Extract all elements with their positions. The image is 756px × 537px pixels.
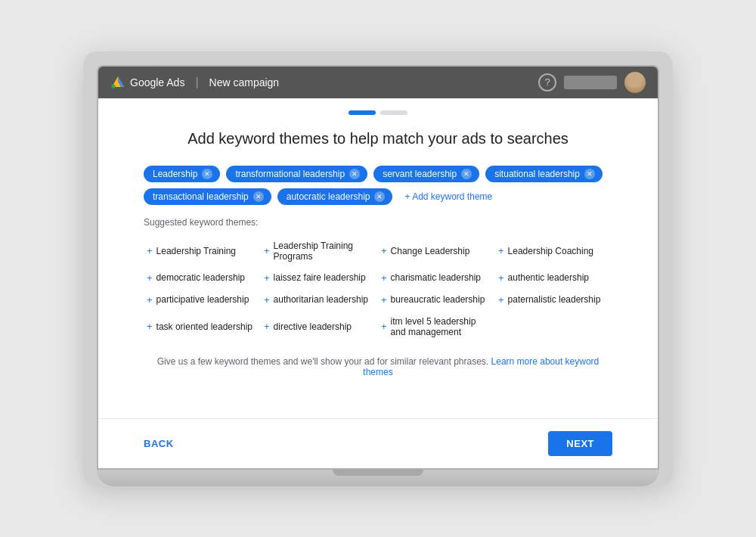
suggested-item[interactable]: + participative leadership [144, 290, 261, 309]
tag-label: autocratic leadership [287, 191, 370, 202]
main-content: Add keyword themes to help match your ad… [98, 115, 658, 418]
plus-icon: + [498, 272, 504, 284]
next-button[interactable]: NEXT [548, 431, 612, 456]
topbar-campaign-label: New campaign [209, 76, 280, 88]
suggested-item[interactable]: + democratic leadership [144, 268, 261, 287]
keyword-tag-transactional[interactable]: transactional leadership ✕ [144, 188, 271, 205]
topbar-account-bar [564, 76, 617, 89]
help-icon: ? [544, 76, 550, 88]
keyword-tag-situational[interactable]: situational leadership ✕ [485, 166, 603, 182]
suggested-item-text: itm level 5 leadership and management [391, 316, 492, 337]
topbar-logo: Google Ads [110, 75, 184, 90]
plus-icon: + [147, 321, 153, 332]
tag-label: transformational leadership [235, 169, 345, 179]
suggested-item[interactable]: + itm level 5 leadership and management [378, 312, 495, 341]
plus-icon: + [498, 245, 504, 256]
suggested-item[interactable]: + Leadership Coaching [495, 237, 612, 265]
suggested-item-text: authentic leadership [508, 272, 589, 283]
tag-close-icon[interactable]: ✕ [461, 169, 472, 179]
suggested-item[interactable]: + authoritarian leadership [261, 290, 378, 309]
topbar-app-name: Google Ads [130, 76, 184, 88]
topbar-avatar[interactable] [624, 72, 646, 93]
suggested-item-text: participative leadership [156, 294, 249, 305]
keyword-tag-servant[interactable]: servant leadership ✕ [373, 166, 479, 182]
suggested-item[interactable]: + directive leadership [261, 312, 378, 341]
plus-icon: + [381, 245, 387, 256]
tag-label: Leadership [153, 169, 197, 179]
suggested-item-text: Change Leadership [391, 246, 470, 256]
suggested-item-text: paternalistic leadership [508, 294, 601, 305]
back-button[interactable]: BACK [144, 438, 174, 449]
keyword-tag-autocratic[interactable]: autocratic leadership ✕ [277, 188, 393, 205]
suggested-item-text: Leadership Training Programs [274, 241, 375, 262]
suggested-item-text: charismatic leadership [391, 272, 481, 283]
suggested-item-text: directive leadership [274, 321, 352, 332]
plus-icon: + [264, 321, 270, 332]
suggested-item-text: authoritarian leadership [274, 294, 368, 305]
footer-buttons: BACK NEXT [98, 418, 658, 468]
suggested-item-text: task oriented leadership [156, 321, 253, 332]
tag-close-icon[interactable]: ✕ [202, 169, 212, 179]
add-keyword-label: + Add keyword theme [404, 191, 492, 202]
keyword-tag-transformational[interactable]: transformational leadership ✕ [226, 166, 367, 182]
plus-icon: + [264, 272, 270, 284]
suggested-item-text: Leadership Training [156, 246, 236, 256]
tag-close-icon[interactable]: ✕ [253, 191, 264, 202]
laptop-screen: Google Ads | New campaign ? Add keyword … [97, 65, 659, 470]
laptop-frame: Google Ads | New campaign ? Add keyword … [83, 51, 673, 486]
plus-icon: + [147, 272, 153, 284]
plus-icon: + [264, 245, 270, 256]
plus-icon: + [147, 294, 153, 306]
tag-close-icon[interactable]: ✕ [584, 169, 595, 179]
info-text-content: Give us a few keyword themes and we'll s… [157, 356, 488, 367]
suggested-item-text: democratic leadership [156, 272, 245, 283]
svg-point-2 [112, 84, 116, 88]
suggested-item[interactable]: + laissez faire leadership [261, 268, 378, 287]
tag-label: situational leadership [494, 169, 580, 179]
keyword-tag-leadership[interactable]: Leadership ✕ [144, 166, 220, 182]
suggested-item[interactable]: + Change Leadership [378, 237, 495, 265]
tag-close-icon[interactable]: ✕ [374, 191, 385, 202]
plus-icon: + [264, 294, 270, 306]
plus-icon: + [498, 294, 504, 306]
plus-icon: + [381, 272, 387, 284]
progress-step-1 [349, 110, 376, 115]
suggested-items-grid: + Leadership Training + Leadership Train… [144, 237, 612, 341]
suggested-item-text: bureaucratic leadership [391, 294, 485, 305]
suggested-item[interactable]: + authentic leadership [495, 268, 612, 287]
help-button[interactable]: ? [538, 73, 556, 92]
suggested-item-text: laissez faire leadership [274, 272, 366, 283]
suggested-item[interactable]: + bureaucratic leadership [378, 290, 495, 309]
topbar-divider: | [195, 76, 198, 89]
keyword-tags-area: Leadership ✕ transformational leadership… [144, 166, 612, 205]
suggested-item[interactable]: + paternalistic leadership [495, 290, 612, 309]
plus-icon: + [381, 294, 387, 306]
suggested-item[interactable]: + charismatic leadership [378, 268, 495, 287]
avatar-image [624, 72, 646, 93]
laptop-base [97, 470, 659, 486]
plus-icon: + [147, 245, 153, 256]
page-heading: Add keyword themes to help match your ad… [144, 130, 612, 147]
suggested-item[interactable]: + task oriented leadership [144, 312, 261, 341]
info-text-area: Give us a few keyword themes and we'll s… [144, 356, 612, 377]
plus-icon: + [381, 321, 387, 332]
topbar: Google Ads | New campaign ? [98, 67, 658, 98]
suggested-label: Suggested keyword themes: [144, 217, 612, 228]
add-keyword-button[interactable]: + Add keyword theme [398, 188, 498, 205]
suggested-item-text: Leadership Coaching [508, 246, 593, 256]
tag-label: servant leadership [383, 169, 457, 179]
google-ads-icon [110, 75, 125, 90]
tag-close-icon[interactable]: ✕ [349, 169, 360, 179]
progress-step-2 [380, 110, 407, 115]
progress-bar [98, 98, 658, 115]
suggested-item[interactable]: + Leadership Training Programs [261, 237, 378, 265]
tag-label: transactional leadership [153, 191, 249, 202]
suggested-item[interactable]: + Leadership Training [144, 237, 261, 265]
